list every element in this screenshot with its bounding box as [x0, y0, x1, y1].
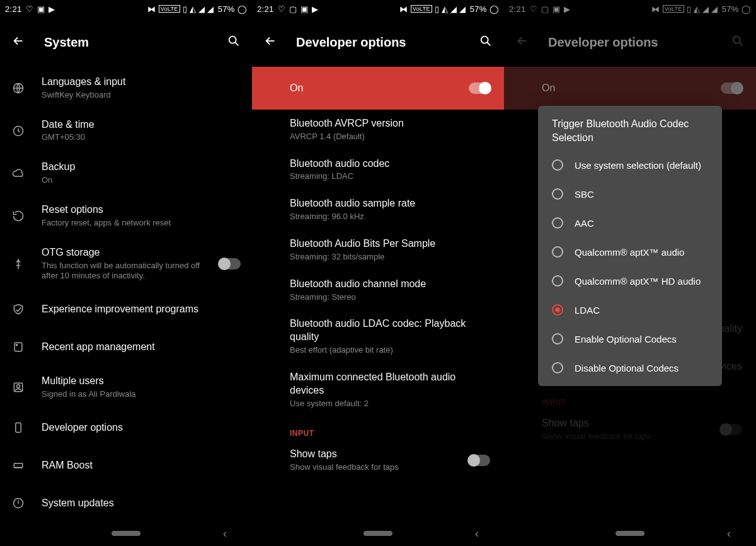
- heart-icon: ♡: [530, 4, 537, 14]
- back-arrow-icon[interactable]: [11, 34, 25, 50]
- radio-icon[interactable]: [552, 159, 563, 171]
- devopt-bluetooth-audio-codec[interactable]: Bluetooth audio codecStreaming: LDAC: [252, 150, 504, 190]
- app-bar: System: [0, 18, 252, 67]
- devopt-bluetooth-audio-channel-mode[interactable]: Bluetooth audio channel modeStreaming: S…: [252, 270, 504, 310]
- status-bar: 2:21 ♡ ▢ ▣ ▶ ⧓ VoLTE ▯ ◭ ◢ ◢ 57% ◯: [504, 0, 756, 18]
- users-icon: [11, 380, 25, 394]
- item-title: Multiple users: [42, 375, 241, 388]
- codec-option-aac[interactable]: AAC: [538, 208, 722, 237]
- radio-icon[interactable]: [552, 275, 563, 287]
- item-title: System updates: [42, 497, 241, 510]
- app-bar: Developer options: [504, 18, 756, 67]
- radio-icon[interactable]: [552, 304, 563, 316]
- item-subtitle: Show visual feedback for taps: [290, 462, 452, 473]
- devopt-show-taps: Show tapsShow visual feedback for taps: [504, 409, 756, 450]
- codec-option-qualcomm-aptx-audio[interactable]: Qualcomm® aptX™ audio: [538, 237, 722, 266]
- devopts-list: Bluetooth AVRCP versionAVRCP 1.4 (Defaul…: [252, 110, 504, 521]
- back-arrow-icon: [515, 34, 529, 50]
- signal-icon-2: ◢: [711, 4, 718, 14]
- item-subtitle: GMT+05:30: [42, 132, 241, 143]
- item-title: RAM Boost: [42, 459, 241, 472]
- battery-ring-icon: ◯: [238, 4, 247, 14]
- devopt-bluetooth-audio-sample-rate[interactable]: Bluetooth audio sample rateStreaming: 96…: [252, 190, 504, 230]
- nav-pill[interactable]: [616, 531, 644, 536]
- bluetooth-icon: ⧓: [147, 4, 156, 14]
- item-title: Bluetooth Audio Bits Per Sample: [290, 237, 490, 251]
- back-arrow-icon[interactable]: [263, 34, 277, 50]
- setting-system-updates[interactable]: System updates: [0, 484, 252, 521]
- codec-option-enable-optional-codecs[interactable]: Enable Optional Codecs: [538, 324, 722, 353]
- radio-icon[interactable]: [552, 217, 563, 229]
- devopt-maximum-connected-bluetooth-audio-devices[interactable]: Maximum connected Bluetooth audio device…: [252, 363, 504, 416]
- section-input: INPUT: [252, 416, 504, 440]
- show-taps-toggle[interactable]: [469, 455, 490, 466]
- codec-option-sbc[interactable]: SBC: [538, 179, 722, 208]
- item-subtitle: Factory reset, apps & network reset: [42, 218, 241, 229]
- item-subtitle: Signed in as Ali Pardiwala: [42, 389, 241, 400]
- item-title: Bluetooth audio sample rate: [290, 197, 490, 210]
- devopt-bluetooth-audio-ldac-codec-playback-quality[interactable]: Bluetooth audio LDAC codec: Playback qua…: [252, 310, 504, 363]
- devopt-bluetooth-avrcp-version[interactable]: Bluetooth AVRCP versionAVRCP 1.4 (Defaul…: [252, 110, 504, 150]
- setting-recent-app-management[interactable]: Recent app management: [0, 328, 252, 366]
- item-title: Bluetooth audio codec: [290, 157, 490, 171]
- item-title: Bluetooth audio channel mode: [290, 278, 490, 291]
- heart-icon: ♡: [26, 4, 33, 14]
- radio-icon[interactable]: [552, 362, 563, 373]
- page-title: Developer options: [296, 35, 460, 50]
- item-subtitle: Streaming: 96.0 kHz: [290, 212, 490, 222]
- show-taps-toggle: [721, 424, 742, 435]
- dialog-title: Trigger Bluetooth Audio Codec Selection: [538, 117, 722, 151]
- codec-option-disable-optional-codecs[interactable]: Disable Optional Codecs: [538, 353, 722, 382]
- setting-otg-storage[interactable]: OTG storageThis function will be automat…: [0, 237, 252, 291]
- vibrate-icon: ▯: [687, 4, 691, 14]
- nav-pill[interactable]: [364, 531, 392, 536]
- codec-option-ldac[interactable]: LDAC: [538, 295, 722, 324]
- otg-toggle[interactable]: [219, 258, 241, 270]
- screen-codec-dialog: 2:21 ♡ ▢ ▣ ▶ ⧓ VoLTE ▯ ◭ ◢ ◢ 57% ◯ Devel…: [504, 0, 756, 546]
- radio-icon[interactable]: [552, 246, 563, 258]
- item-subtitle: On: [42, 175, 241, 186]
- item-title: Bluetooth audio LDAC codec: Playback qua…: [290, 317, 490, 344]
- setting-languages-input[interactable]: Languages & inputSwiftKey Keyboard: [0, 67, 252, 110]
- setting-developer-options[interactable]: Developer options: [0, 409, 252, 446]
- update-icon: [11, 496, 25, 510]
- item-subtitle: SwiftKey Keyboard: [42, 90, 241, 101]
- devopts-on-banner: On: [504, 67, 756, 110]
- devopts-on-banner[interactable]: On: [252, 67, 504, 110]
- radio-icon[interactable]: [552, 188, 563, 200]
- setting-ram-boost[interactable]: RAM Boost: [0, 446, 252, 484]
- setting-backup[interactable]: BackupOn: [0, 152, 252, 195]
- battery-ring-icon: ◯: [490, 4, 499, 14]
- ram-icon: [11, 458, 25, 472]
- signal-icon: ◢: [702, 4, 709, 14]
- search-icon[interactable]: [479, 34, 493, 50]
- devopt-show-taps[interactable]: Show tapsShow visual feedback for taps: [252, 440, 504, 481]
- item-title: Maximum connected Bluetooth audio device…: [290, 371, 490, 397]
- cloud-icon: [11, 166, 25, 180]
- screen-system: 2:21 ♡ ▣ ▶ ⧓ VoLTE ▯ ◭ ◢ ◢ 57% ◯ System …: [0, 0, 252, 546]
- setting-multiple-users[interactable]: Multiple usersSigned in as Ali Pardiwala: [0, 366, 252, 409]
- status-bar: 2:21 ♡ ▣ ▶ ⧓ VoLTE ▯ ◭ ◢ ◢ 57% ◯: [0, 0, 252, 18]
- setting-experience-improvement-programs[interactable]: Experience improvement programs: [0, 290, 252, 328]
- volte-badge: VoLTE: [411, 5, 432, 13]
- codec-option-use-system-selection-default-[interactable]: Use system selection (default): [538, 151, 722, 179]
- devopt-bluetooth-audio-bits-per-sample[interactable]: Bluetooth Audio Bits Per SampleStreaming…: [252, 230, 504, 270]
- search-icon[interactable]: [227, 34, 241, 50]
- nav-back-icon[interactable]: ‹: [727, 527, 731, 540]
- page-title: System: [44, 35, 208, 50]
- setting-reset-options[interactable]: Reset optionsFactory reset, apps & netwo…: [0, 195, 252, 237]
- setting-date-time[interactable]: Date & timeGMT+05:30: [0, 110, 252, 152]
- nav-back-icon[interactable]: ‹: [475, 527, 479, 540]
- signal-icon-2: ◢: [207, 4, 214, 14]
- svg-point-0: [229, 37, 236, 43]
- nav-back-icon[interactable]: ‹: [223, 527, 227, 540]
- status-time: 2:21: [5, 4, 22, 14]
- codec-option-qualcomm-aptx-hd-audio[interactable]: Qualcomm® aptX™ HD audio: [538, 266, 722, 295]
- item-title: Languages & input: [42, 76, 241, 89]
- nav-pill[interactable]: [112, 531, 140, 536]
- radio-icon[interactable]: [552, 333, 563, 344]
- svg-point-4: [16, 344, 18, 346]
- devopts-master-toggle[interactable]: [469, 82, 490, 94]
- svg-point-11: [733, 37, 740, 43]
- wifi-icon: ◭: [694, 4, 700, 14]
